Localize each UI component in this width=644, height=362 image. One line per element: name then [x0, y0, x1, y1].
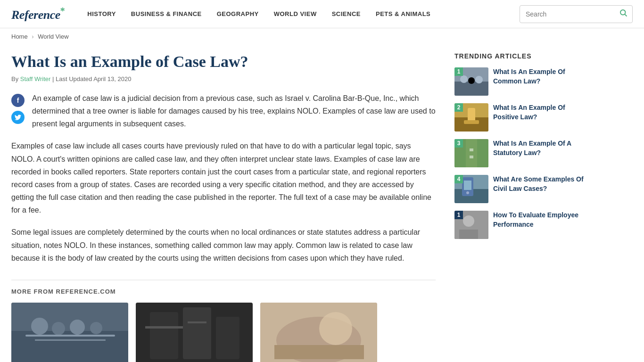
- article-paragraph-3: Some legal issues are completely determi…: [11, 226, 436, 264]
- logo-asterisk: *: [60, 6, 65, 16]
- author-link[interactable]: Staff Writer: [20, 75, 51, 82]
- svg-rect-13: [216, 317, 239, 359]
- svg-point-4: [31, 318, 48, 335]
- more-from-photo-3: [260, 303, 377, 362]
- trending-text-4: What Are Some Examples Of Civil Law Case…: [493, 175, 586, 193]
- svg-rect-19: [274, 345, 364, 359]
- page-container: What Is an Example of Case Law? By Staff…: [0, 45, 644, 362]
- trending-img-5: 1: [454, 211, 488, 239]
- breadcrumb-home[interactable]: Home: [11, 33, 28, 40]
- twitter-icon: [15, 115, 21, 120]
- facebook-share-button[interactable]: f: [11, 94, 25, 107]
- svg-rect-28: [464, 120, 479, 124]
- meta-updated: Last Updated April 13, 2020: [56, 75, 131, 82]
- svg-point-7: [90, 322, 102, 334]
- trending-badge-3: 3: [454, 139, 463, 148]
- nav-item-business---finance[interactable]: BUSINESS & FINANCE: [124, 0, 209, 28]
- svg-point-23: [468, 77, 475, 84]
- trending-badge-2: 2: [454, 103, 463, 112]
- trending-badge-4: 4: [454, 175, 463, 183]
- svg-rect-14: [145, 326, 183, 329]
- svg-rect-15: [188, 321, 206, 323]
- trending-item-4[interactable]: 4 What Are Some Examples Of Civil Law Ca…: [454, 175, 586, 203]
- svg-point-5: [52, 322, 65, 335]
- nav-item-science[interactable]: SCIENCE: [324, 0, 368, 28]
- trending-img-2: 2: [454, 103, 488, 132]
- more-from-title: MORE FROM REFERENCE.COM: [11, 288, 436, 295]
- more-from-item-1[interactable]: [11, 303, 128, 362]
- svg-rect-32: [466, 139, 477, 167]
- trending-img-4: 4: [454, 175, 488, 203]
- article-body: f An example of case law is a judicial d…: [11, 92, 436, 264]
- trending-badge-5: 1: [454, 211, 463, 219]
- trending-item-3[interactable]: 3 What Is An Example Of A Statutory Law?: [454, 139, 586, 167]
- svg-rect-34: [470, 156, 473, 158]
- more-from-item-3[interactable]: [260, 303, 377, 362]
- trending-item-2[interactable]: 2 What Is An Example Of Positive Law?: [454, 103, 586, 132]
- trending-img-1: 1: [454, 67, 488, 96]
- trending-img-3: 3: [454, 139, 488, 167]
- search-box: [520, 5, 633, 23]
- svg-point-18: [319, 312, 352, 345]
- trending-text-2: What Is An Example Of Positive Law?: [493, 103, 586, 122]
- more-from-photo-1: [11, 303, 128, 362]
- svg-line-1: [625, 14, 627, 16]
- svg-point-22: [460, 75, 468, 83]
- social-icons: f: [11, 94, 25, 124]
- breadcrumb: Home › World View: [0, 28, 644, 45]
- meta-by: By: [11, 75, 18, 82]
- trending-title: TRENDING ARTICLES: [454, 52, 586, 60]
- twitter-share-button[interactable]: [11, 111, 25, 124]
- article-paragraphs: An example of case law is a judicial dec…: [11, 92, 436, 264]
- more-from-photo-2: [136, 303, 253, 362]
- logo-text: Reference*: [11, 6, 65, 22]
- svg-point-0: [620, 10, 626, 15]
- search-input[interactable]: [520, 10, 614, 18]
- svg-rect-11: [150, 312, 178, 359]
- nav-item-world-view[interactable]: WORLD VIEW: [266, 0, 324, 28]
- nav-item-geography[interactable]: GEOGRAPHY: [209, 0, 266, 28]
- site-header: Reference* HISTORYBUSINESS & FINANCEGEOG…: [0, 0, 644, 28]
- article-main: What Is an Example of Case Law? By Staff…: [11, 45, 454, 362]
- more-from-grid: [11, 303, 436, 362]
- svg-point-6: [70, 320, 85, 335]
- article-meta: By Staff Writer | Last Updated April 13,…: [11, 75, 436, 82]
- more-from-section: MORE FROM REFERENCE.COM: [11, 280, 436, 362]
- nav-item-pets---animals[interactable]: PETS & ANIMALS: [368, 0, 438, 28]
- svg-rect-27: [468, 108, 475, 122]
- trending-item-1[interactable]: 1 What Is An Example Of Common Law?: [454, 67, 586, 96]
- trending-text-3: What Is An Example Of A Statutory Law?: [493, 139, 586, 157]
- svg-rect-44: [459, 230, 478, 239]
- svg-point-43: [463, 215, 474, 227]
- svg-point-39: [466, 191, 469, 194]
- trending-badge-1: 1: [454, 67, 463, 76]
- article-paragraph-2: Examples of case law include all cases c…: [11, 140, 436, 216]
- breadcrumb-current[interactable]: World View: [38, 33, 68, 40]
- search-button[interactable]: [614, 8, 632, 19]
- nav-item-history[interactable]: HISTORY: [80, 0, 124, 28]
- article-title: What Is an Example of Case Law?: [11, 52, 436, 72]
- sidebar: TRENDING ARTICLES 1 What Is An Example O…: [454, 45, 586, 362]
- search-icon: [619, 8, 627, 17]
- svg-rect-33: [470, 148, 473, 151]
- svg-rect-8: [25, 335, 115, 337]
- article-paragraph-1: An example of case law is a judicial dec…: [11, 92, 436, 131]
- svg-rect-38: [464, 181, 471, 190]
- trending-text-5: How To Evaluate Employee Performance: [493, 211, 586, 229]
- svg-rect-12: [183, 307, 211, 359]
- trending-item-5[interactable]: 1 How To Evaluate Employee Performance: [454, 211, 586, 239]
- trending-list: 1 What Is An Example Of Common Law? 2 Wh…: [454, 67, 586, 239]
- more-from-item-2[interactable]: [136, 303, 253, 362]
- logo[interactable]: Reference*: [11, 6, 65, 22]
- svg-point-24: [475, 76, 483, 83]
- svg-rect-9: [35, 339, 106, 341]
- meta-sep: |: [52, 75, 56, 82]
- trending-text-1: What Is An Example Of Common Law?: [493, 67, 586, 86]
- breadcrumb-separator: ›: [32, 33, 33, 40]
- main-nav: HISTORYBUSINESS & FINANCEGEOGRAPHYWORLD …: [80, 0, 520, 28]
